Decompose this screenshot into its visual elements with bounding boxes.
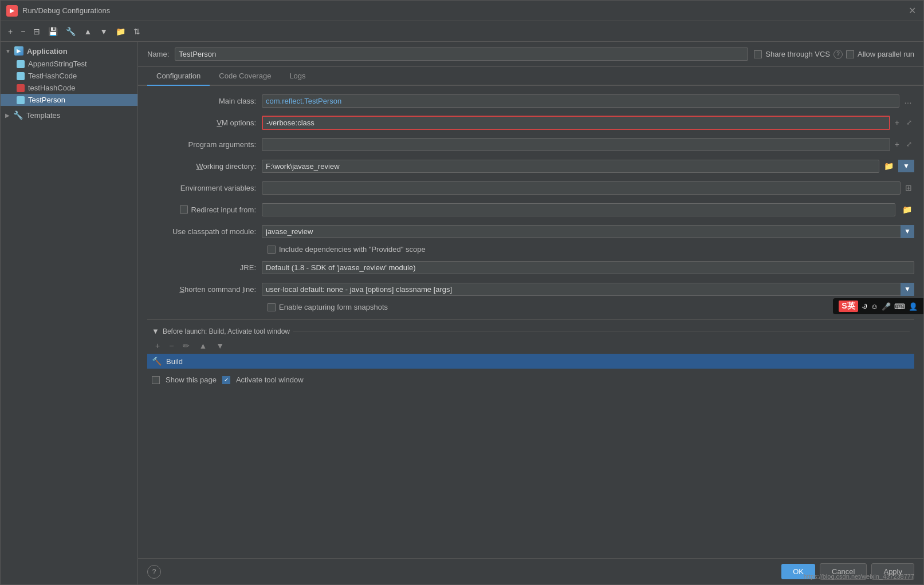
env-vars-label: Environment variables: — [147, 184, 262, 192]
item-label-appendstring: AppendStringTest — [28, 60, 87, 68]
main-class-input[interactable] — [262, 94, 899, 108]
before-launch-up-button[interactable]: ▲ — [195, 340, 210, 351]
copy-button[interactable]: ⊟ — [30, 25, 43, 38]
ime-toolbar: S英 ·∂ ☺ 🎤 ⌨ 👤 — [833, 298, 923, 314]
main-class-row: Main class: … — [147, 93, 914, 109]
toolbar: + − ⊟ 💾 🔧 ▲ ▼ 📁 ⇅ — [1, 21, 923, 42]
vm-options-add-button[interactable]: + — [892, 117, 902, 128]
shorten-label: Shorten command line: — [147, 285, 262, 294]
item-icon-error — [17, 84, 25, 92]
application-label: Application — [27, 47, 68, 56]
save-button[interactable]: 💾 — [45, 25, 61, 38]
sidebar-item-appendstringtest[interactable]: AppendStringTest — [1, 58, 137, 70]
before-launch-toolbar: + − ✏ ▲ ▼ — [147, 338, 914, 354]
watermark: https://blog.csdn.net/weixin_437238777 — [804, 573, 914, 580]
tab-configuration[interactable]: Configuration — [147, 67, 210, 86]
env-vars-edit-button[interactable]: ⊞ — [903, 182, 914, 193]
title-bar: ▶ Run/Debug Configurations ✕ — [1, 1, 923, 21]
tab-logs[interactable]: Logs — [280, 67, 314, 86]
application-group: ▼ ▶ Application AppendStringTest TestHas… — [1, 42, 137, 108]
before-launch-title: Before launch: Build, Activate tool wind… — [163, 327, 290, 335]
sort-button[interactable]: ⇅ — [131, 25, 143, 38]
right-panel: Name: Share through VCS ? Allow parallel… — [138, 42, 923, 584]
jre-input-wrapper — [262, 261, 914, 274]
sidebar-item-testperson[interactable]: TestPerson — [1, 94, 137, 106]
sidebar-item-testhashcode-error[interactable]: testHashCode — [1, 82, 137, 94]
program-args-row: Program arguments: + ⤢ — [147, 136, 914, 152]
ime-emoji[interactable]: ☺ — [871, 302, 878, 311]
help-icon[interactable]: ? — [833, 50, 843, 59]
application-group-header[interactable]: ▼ ▶ Application — [1, 44, 137, 58]
name-input[interactable] — [175, 48, 748, 61]
ime-user[interactable]: 👤 — [909, 302, 918, 311]
main-class-more-button[interactable]: … — [902, 95, 914, 106]
vm-options-input[interactable] — [262, 116, 890, 130]
show-page-checkbox[interactable] — [152, 376, 160, 384]
working-dir-input[interactable] — [262, 160, 879, 173]
include-provided-row: Include dependencies with "Provided" sco… — [147, 245, 914, 254]
ime-keyboard[interactable]: ⌨ — [894, 302, 905, 311]
settings-button[interactable]: 🔧 — [63, 25, 78, 38]
dialog-title: Run/Debug Configurations — [22, 6, 110, 15]
build-icon: 🔨 — [152, 357, 162, 366]
before-launch-edit-button[interactable]: ✏ — [179, 340, 193, 351]
vm-options-row: VM options: + ⤢ — [147, 114, 914, 131]
program-args-input-wrapper: + ⤢ — [262, 138, 914, 151]
move-down-button[interactable]: ▼ — [97, 25, 111, 38]
capture-label: Enable capturing form snapshots — [279, 303, 388, 311]
move-up-button[interactable]: ▲ — [81, 25, 95, 38]
share-vcs-label: Share through VCS — [765, 50, 830, 58]
help-button[interactable]: ? — [147, 565, 161, 579]
redirect-input-wrapper: 📁 — [262, 203, 914, 216]
vm-options-label: VM options: — [147, 118, 262, 127]
vm-options-expand-button[interactable]: ⤢ — [904, 117, 914, 128]
redirect-label-text: Redirect input from: — [191, 205, 256, 214]
add-button[interactable]: + — [5, 25, 15, 38]
working-dir-label: Working directory: — [147, 162, 262, 171]
templates-label: Templates — [26, 111, 60, 120]
capture-checkbox[interactable] — [268, 303, 276, 311]
run-debug-dialog: ▶ Run/Debug Configurations ✕ + − ⊟ 💾 🔧 ▲… — [0, 0, 924, 585]
working-dir-dropdown-button[interactable]: ▼ — [898, 160, 914, 172]
templates-header[interactable]: ▶ 🔧 Templates — [1, 108, 137, 122]
share-vcs-checkbox[interactable] — [754, 50, 762, 58]
working-dir-folder-button[interactable]: 📁 — [882, 160, 896, 172]
allow-parallel-label: Allow parallel run — [858, 50, 914, 58]
program-args-expand-button[interactable]: ⤢ — [904, 139, 914, 149]
activate-window-checkbox[interactable] — [222, 376, 230, 384]
program-args-add-button[interactable]: + — [892, 139, 902, 150]
program-args-input[interactable] — [262, 138, 890, 151]
shorten-select-wrapper: user-local default: none - java [options… — [262, 283, 914, 296]
item-icon-testhashcode — [17, 72, 25, 80]
env-vars-input[interactable] — [262, 181, 901, 195]
jre-label: JRE: — [147, 263, 262, 272]
env-vars-input-wrapper: ⊞ — [262, 181, 914, 195]
ime-mic[interactable]: 🎤 — [882, 302, 891, 311]
ime-dot[interactable]: ·∂ — [862, 302, 867, 311]
include-provided-checkbox[interactable] — [268, 246, 276, 254]
item-icon-testperson — [17, 96, 25, 104]
folder-button[interactable]: 📁 — [113, 25, 128, 38]
redirect-label: Redirect input from: — [147, 205, 262, 214]
jre-input[interactable] — [262, 261, 914, 274]
sidebar-item-testhashcode[interactable]: TestHashCode — [1, 70, 137, 82]
shorten-select[interactable]: user-local default: none - java [options… — [262, 283, 914, 296]
vcs-row: Share through VCS ? Allow parallel run — [754, 50, 914, 59]
classpath-select[interactable]: javase_review — [262, 225, 914, 238]
before-launch-remove-button[interactable]: − — [166, 340, 177, 351]
close-button[interactable]: ✕ — [906, 5, 918, 17]
tab-code-coverage[interactable]: Code Coverage — [210, 67, 280, 86]
item-label-testhashcode: TestHashCode — [28, 72, 77, 80]
redirect-input[interactable] — [262, 203, 895, 216]
working-dir-row: Working directory: 📁 ▼ — [147, 158, 914, 174]
before-launch-down-button[interactable]: ▼ — [213, 340, 227, 351]
before-launch-line — [293, 331, 910, 331]
ime-brand[interactable]: S英 — [839, 301, 858, 312]
wrench-icon: 🔧 — [13, 110, 23, 120]
remove-button[interactable]: − — [18, 25, 28, 38]
allow-parallel-checkbox[interactable] — [846, 50, 854, 58]
redirect-checkbox[interactable] — [180, 205, 188, 214]
before-launch-add-button[interactable]: + — [152, 340, 163, 351]
activate-window-label: Activate tool window — [236, 375, 304, 384]
redirect-folder-button[interactable]: 📁 — [900, 204, 914, 215]
